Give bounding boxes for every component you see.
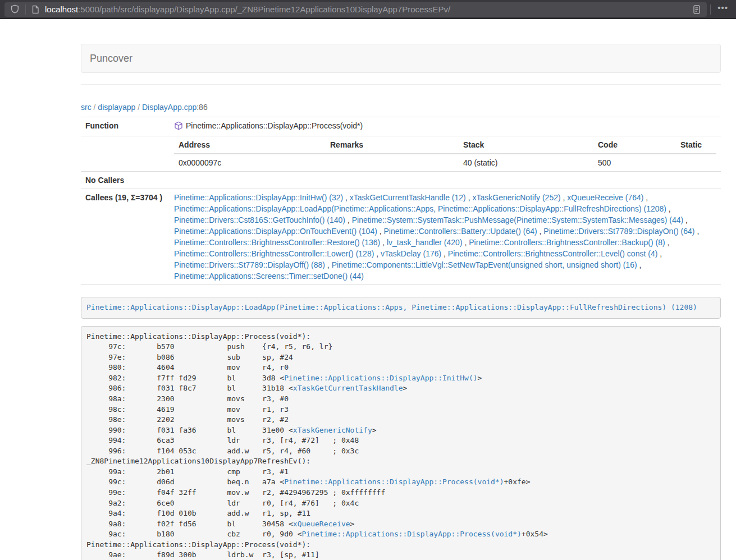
symbol-cube-icon <box>174 121 183 133</box>
address-bar[interactable]: localhost:5000/path/src/displayapp/Displ… <box>4 2 707 17</box>
breadcrumb: src / displayapp / DisplayApp.cpp:86 <box>81 102 721 113</box>
stats-table: Address Remarks Stack Code Static 0x0000… <box>174 136 716 171</box>
symbol-link[interactable]: Pinetime::Applications::DisplayApp::Proc… <box>284 478 504 486</box>
page-info-icon[interactable] <box>29 5 42 14</box>
symbol-link[interactable]: xTaskGenericNotify <box>293 426 372 434</box>
stats-value-row: 0x0000097c 40 (static) 500 <box>174 154 716 171</box>
breadcrumb-separator: / <box>92 103 98 112</box>
stack-value: 40 (static) <box>459 154 593 171</box>
symbol-link[interactable]: Pinetime::Applications::DisplayApp::Proc… <box>302 530 522 538</box>
page-container: Puncover src / displayapp / DisplayApp.c… <box>81 44 721 560</box>
static-value <box>676 154 716 171</box>
callee-link[interactable]: Pinetime::Controllers::BrightnessControl… <box>448 249 657 258</box>
callee-link[interactable]: Pinetime::Controllers::BrightnessControl… <box>174 249 374 258</box>
col-code: Code <box>593 136 676 154</box>
callee-link[interactable]: Pinetime::Applications::DisplayApp::Load… <box>174 204 666 213</box>
callee-link[interactable]: Pinetime::Applications::DisplayApp::Init… <box>174 193 343 202</box>
callee-link[interactable]: Pinetime::Drivers::St7789::DisplayOn() (… <box>543 227 694 236</box>
breadcrumb-line-number: :86 <box>196 103 207 112</box>
breadcrumb-src[interactable]: src <box>81 103 92 112</box>
function-label: Function <box>81 117 170 136</box>
stats-header-row: Address Remarks Stack Code Static <box>174 136 716 154</box>
col-static: Static <box>676 136 716 154</box>
callees-label: Callees (19, Σ=3704 ) <box>81 189 170 285</box>
highlighted-symbol-link[interactable]: Pinetime::Applications::DisplayApp::Load… <box>86 303 697 311</box>
browser-chrome: localhost:5000/path/src/displayapp/Displ… <box>0 0 736 19</box>
app-title[interactable]: Puncover <box>81 53 141 65</box>
address-value: 0x0000097c <box>174 154 326 171</box>
callee-link[interactable]: xQueueReceive (764) <box>567 193 643 202</box>
code-size-value: 500 <box>593 154 676 171</box>
empty-row-head <box>81 136 170 172</box>
callee-link[interactable]: Pinetime::Applications::DisplayApp::OnTo… <box>174 227 377 236</box>
callee-link[interactable]: Pinetime::Controllers::Battery::Update()… <box>384 227 537 236</box>
callee-link[interactable]: Pinetime::System::SystemTask::PushMessag… <box>352 215 684 224</box>
no-callers-label: No Callers <box>81 172 170 189</box>
callee-link[interactable]: Pinetime::Controllers::BrightnessControl… <box>174 238 380 247</box>
callee-link[interactable]: vTaskDelay (176) <box>381 249 441 258</box>
callers-cell <box>170 172 721 189</box>
callee-link[interactable]: xTaskGenericNotify (252) <box>472 193 560 202</box>
breadcrumb-file[interactable]: DisplayApp.cpp <box>142 103 196 112</box>
divider <box>81 84 721 85</box>
function-table: Function Pinetime::Applications::Display… <box>81 117 721 285</box>
col-address: Address <box>174 136 326 154</box>
callees-row: Callees (19, Σ=3704 ) Pinetime::Applicat… <box>81 189 721 285</box>
disassembly-code: Pinetime::Applications::DisplayApp::Proc… <box>81 326 721 560</box>
col-stack: Stack <box>459 136 593 154</box>
callee-link[interactable]: Pinetime::Applications::Screens::Timer::… <box>174 272 364 281</box>
function-name: Pinetime::Applications::DisplayApp::Proc… <box>186 121 363 130</box>
breadcrumb-separator: / <box>135 103 142 112</box>
symbol-link[interactable]: xTaskGetCurrentTaskHandle <box>293 384 403 392</box>
breadcrumb-displayapp[interactable]: displayapp <box>98 103 135 112</box>
callee-link[interactable]: Pinetime::Drivers::St7789::DisplayOff() … <box>174 260 325 269</box>
col-remarks: Remarks <box>326 136 459 154</box>
symbol-link[interactable]: Pinetime::Applications::DisplayApp::Init… <box>284 374 477 382</box>
callee-link[interactable]: Pinetime::Components::LittleVgl::SetNewT… <box>332 260 637 269</box>
url-host: localhost <box>45 4 78 14</box>
toolbar-separator <box>710 4 711 15</box>
url-text[interactable]: localhost:5000/path/src/displayapp/Displ… <box>45 4 690 14</box>
callee-link[interactable]: Pinetime::Drivers::Cst816S::GetTouchInfo… <box>174 215 345 224</box>
callees-cell: Pinetime::Applications::DisplayApp::Init… <box>170 189 721 285</box>
no-callers-row: No Callers <box>81 172 721 189</box>
stats-cell: Address Remarks Stack Code Static 0x0000… <box>170 136 721 172</box>
shield-icon[interactable] <box>8 4 22 14</box>
callee-link[interactable]: lv_task_handler (420) <box>387 238 463 247</box>
callee-link[interactable]: xTaskGetCurrentTaskHandle (12) <box>350 193 466 202</box>
navbar: Puncover <box>81 44 721 73</box>
menu-icon[interactable]: ••• <box>714 5 732 14</box>
symbol-link[interactable]: xQueueReceive <box>293 520 350 528</box>
function-stats-row: Address Remarks Stack Code Static 0x0000… <box>81 136 721 172</box>
reader-mode-icon[interactable] <box>690 4 703 15</box>
url-path: :5000/path/src/displayapp/DisplayApp.cpp… <box>78 4 450 14</box>
highlighted-symbol-box: Pinetime::Applications::DisplayApp::Load… <box>81 297 721 319</box>
function-name-cell: Pinetime::Applications::DisplayApp::Proc… <box>170 117 721 136</box>
address-bar-separator <box>25 4 26 15</box>
callee-link[interactable]: Pinetime::Controllers::BrightnessControl… <box>469 238 665 247</box>
remarks-value <box>326 154 459 171</box>
function-row: Function Pinetime::Applications::Display… <box>81 117 721 136</box>
